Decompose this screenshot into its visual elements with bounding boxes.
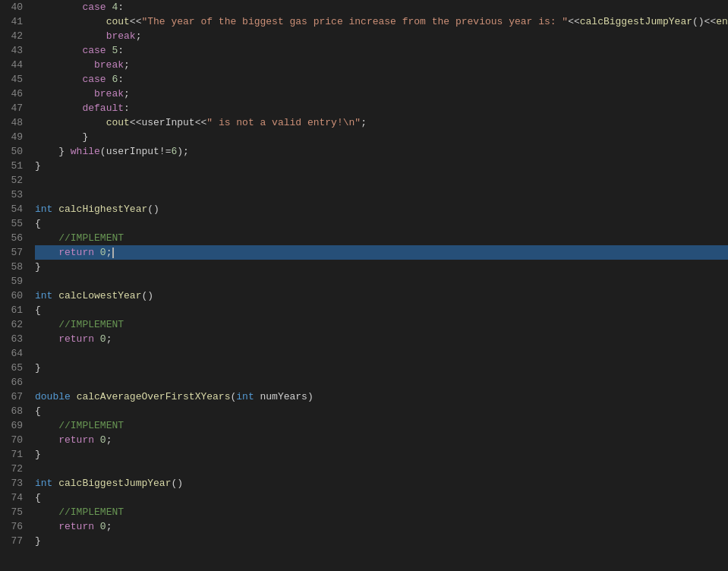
- code-editor[interactable]: 40 41 42 43 44 45 46 47 48 49 50 51 52 5…: [0, 0, 728, 571]
- code-line-41: cout<<"The year of the biggest gas price…: [35, 14, 728, 29]
- ln-71: 71: [6, 447, 23, 462]
- code-line-52: [35, 173, 728, 188]
- ln-48: 48: [6, 115, 23, 130]
- ln-53: 53: [6, 188, 23, 202]
- code-line-47: default:: [35, 101, 728, 115]
- code-line-51: }: [35, 159, 728, 173]
- ln-46: 46: [6, 87, 23, 101]
- code-line-58: }: [35, 260, 728, 274]
- code-line-56: //IMPLEMENT: [35, 231, 728, 245]
- code-line-74: {: [35, 491, 728, 505]
- code-line-62: //IMPLEMENT: [35, 317, 728, 332]
- ln-65: 65: [6, 361, 23, 375]
- ln-55: 55: [6, 216, 23, 231]
- code-line-53: [35, 188, 728, 202]
- ln-76: 76: [6, 519, 23, 534]
- ln-45: 45: [6, 72, 23, 87]
- ln-77: 77: [6, 534, 23, 548]
- text-cursor: [112, 248, 114, 258]
- code-line-65: }: [35, 361, 728, 375]
- line-numbers: 40 41 42 43 44 45 46 47 48 49 50 51 52 5…: [0, 0, 32, 571]
- ln-73: 73: [6, 476, 23, 491]
- code-line-67: double calcAverageOverFirstXYears(int nu…: [35, 390, 728, 404]
- ln-51: 51: [6, 159, 23, 173]
- ln-70: 70: [6, 433, 23, 447]
- ln-62: 62: [6, 317, 23, 332]
- ln-54: 54: [6, 202, 23, 216]
- ln-75: 75: [6, 505, 23, 519]
- code-line-64: [35, 346, 728, 361]
- code-line-55: {: [35, 216, 728, 231]
- ln-43: 43: [6, 43, 23, 58]
- code-line-43: case 5:: [35, 43, 728, 58]
- ln-57: 57: [6, 245, 23, 260]
- code-line-45: case 6:: [35, 72, 728, 87]
- ln-49: 49: [6, 130, 23, 144]
- ln-69: 69: [6, 418, 23, 433]
- ln-68: 68: [6, 404, 23, 418]
- code-line-59: [35, 274, 728, 289]
- code-line-40: case 4:: [35, 0, 728, 14]
- code-line-54: int calcHighestYear(): [35, 202, 728, 216]
- ln-59: 59: [6, 274, 23, 289]
- ln-52: 52: [6, 173, 23, 188]
- ln-58: 58: [6, 260, 23, 274]
- ln-42: 42: [6, 29, 23, 43]
- code-line-48: cout<<userInput<<" is not a valid entry!…: [35, 115, 728, 130]
- code-line-72: [35, 462, 728, 476]
- code-line-77: }: [35, 534, 728, 548]
- code-line-75: //IMPLEMENT: [35, 505, 728, 519]
- code-line-66: [35, 375, 728, 390]
- ln-40: 40: [6, 0, 23, 14]
- ln-60: 60: [6, 289, 23, 303]
- code-line-49: }: [35, 130, 728, 144]
- code-line-60: int calcLowestYear(): [35, 289, 728, 303]
- ln-61: 61: [6, 303, 23, 317]
- code-line-63: return 0;: [35, 332, 728, 346]
- code-line-76: return 0;: [35, 519, 728, 534]
- code-line-50: } while(userInput!=6);: [35, 144, 728, 159]
- ln-67: 67: [6, 390, 23, 404]
- code-line-68: {: [35, 404, 728, 418]
- code-line-73: int calcBiggestJumpYear(): [35, 476, 728, 491]
- code-line-70: return 0;: [35, 433, 728, 447]
- ln-72: 72: [6, 462, 23, 476]
- ln-64: 64: [6, 346, 23, 361]
- code-line-71: }: [35, 447, 728, 462]
- code-content: 40 41 42 43 44 45 46 47 48 49 50 51 52 5…: [0, 0, 728, 571]
- ln-66: 66: [6, 375, 23, 390]
- code-line-61: {: [35, 303, 728, 317]
- code-line-46: break;: [35, 87, 728, 101]
- ln-63: 63: [6, 332, 23, 346]
- ln-56: 56: [6, 231, 23, 245]
- code-lines[interactable]: case 4: cout<<"The year of the biggest g…: [32, 0, 728, 571]
- code-line-57: return 0;: [35, 245, 728, 260]
- code-line-42: break;: [35, 29, 728, 43]
- code-line-69: //IMPLEMENT: [35, 418, 728, 433]
- ln-50: 50: [6, 144, 23, 159]
- ln-47: 47: [6, 101, 23, 115]
- ln-74: 74: [6, 491, 23, 505]
- code-line-44: break;: [35, 58, 728, 72]
- ln-44: 44: [6, 58, 23, 72]
- ln-41: 41: [6, 14, 23, 29]
